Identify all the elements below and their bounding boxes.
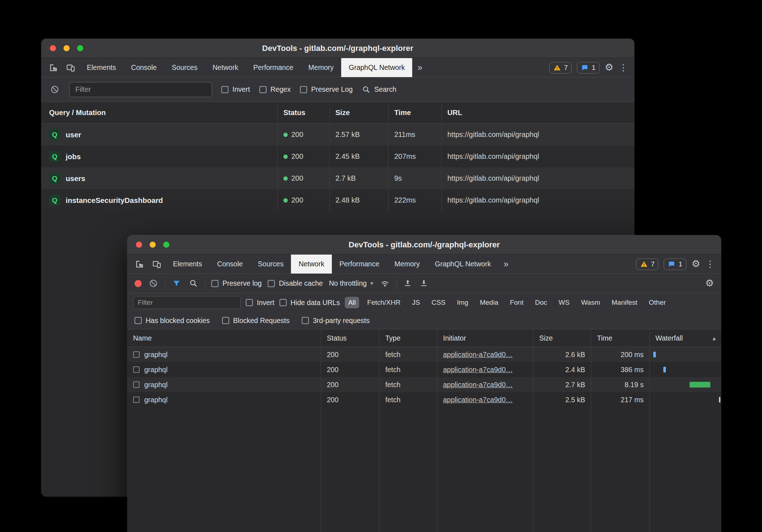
- kebab-menu-icon[interactable]: ⋮: [619, 63, 628, 72]
- invert-checkbox[interactable]: Invert: [246, 299, 274, 307]
- checkbox[interactable]: [222, 317, 229, 324]
- devtools-tab[interactable]: Network: [205, 58, 246, 77]
- graphql-query-row[interactable]: Q user 200 2.57 kB 211ms https://gitlab.…: [41, 124, 634, 146]
- devtools-tab[interactable]: GraphQL Network: [341, 58, 412, 77]
- minimize-button[interactable]: [150, 242, 156, 248]
- devtools-tab[interactable]: Console: [210, 255, 250, 274]
- settings-gear-icon[interactable]: ⚙: [692, 259, 700, 269]
- toolbar-checkbox[interactable]: Regex: [259, 85, 291, 94]
- graphql-query-row[interactable]: Q instanceSecurityDashboard 200 2.48 kB …: [41, 189, 634, 211]
- graphql-query-row[interactable]: Q users 200 2.7 kB 9s https://gitlab.com…: [41, 167, 634, 189]
- checkbox[interactable]: [268, 280, 275, 287]
- issues-badge[interactable]: 1: [664, 258, 686, 270]
- export-har-icon[interactable]: [419, 279, 429, 288]
- resource-type-filter[interactable]: Font: [507, 297, 527, 308]
- clear-log-icon[interactable]: [49, 85, 60, 94]
- disable-cache-checkbox[interactable]: Disable cache: [268, 279, 323, 288]
- record-network-log-button[interactable]: [135, 280, 142, 287]
- checkbox[interactable]: [279, 299, 287, 306]
- toolbar-checkbox[interactable]: Invert: [221, 85, 250, 94]
- resource-type-filter[interactable]: Doc: [532, 297, 550, 308]
- more-tabs-chevron-icon[interactable]: »: [498, 255, 513, 274]
- devtools-tab[interactable]: Console: [123, 58, 164, 77]
- issues-badge[interactable]: 1: [577, 62, 599, 73]
- row-checkbox[interactable]: [133, 366, 140, 373]
- kebab-menu-icon[interactable]: ⋮: [706, 260, 715, 269]
- checkbox[interactable]: [246, 299, 253, 306]
- network-conditions-icon[interactable]: [380, 279, 390, 288]
- hide-data-urls-checkbox[interactable]: Hide data URLs: [279, 299, 340, 307]
- devtools-tab[interactable]: Elements: [165, 255, 210, 274]
- resource-type-filter[interactable]: Manifest: [608, 297, 641, 308]
- row-checkbox[interactable]: [133, 381, 140, 388]
- devtools-tab[interactable]: Memory: [387, 255, 427, 274]
- devtools-tab[interactable]: Network: [291, 255, 332, 274]
- devtools-tab[interactable]: Sources: [164, 58, 205, 77]
- inspect-element-icon[interactable]: [45, 58, 62, 77]
- network-filter-input[interactable]: [133, 296, 241, 309]
- network-row[interactable]: graphql 200 fetch application-a7ca9d0… 2…: [127, 377, 721, 392]
- initiator-link[interactable]: application-a7ca9d0…: [443, 381, 513, 389]
- device-toolbar-icon[interactable]: [148, 255, 165, 274]
- devtools-tab[interactable]: Memory: [301, 58, 341, 77]
- devtools-tab[interactable]: GraphQL Network: [427, 255, 498, 274]
- device-toolbar-icon[interactable]: [62, 58, 79, 77]
- clear-network-log-icon[interactable]: [148, 279, 159, 288]
- col-type[interactable]: Type: [379, 329, 437, 347]
- filter-input[interactable]: [69, 82, 212, 97]
- checkbox[interactable]: [259, 86, 267, 93]
- checkbox[interactable]: [211, 280, 218, 287]
- search-button[interactable]: Search: [362, 85, 396, 94]
- search-icon[interactable]: [188, 279, 199, 288]
- col-name[interactable]: Name: [127, 329, 321, 347]
- resource-type-filter[interactable]: WS: [555, 297, 573, 308]
- import-har-icon[interactable]: [403, 279, 413, 288]
- more-tabs-chevron-icon[interactable]: »: [412, 58, 427, 77]
- resource-type-filter[interactable]: CSS: [428, 297, 449, 308]
- checkbox[interactable]: [221, 86, 229, 93]
- initiator-link[interactable]: application-a7ca9d0…: [443, 396, 513, 404]
- devtools-tab[interactable]: Performance: [332, 255, 387, 274]
- resource-type-filter[interactable]: All: [345, 297, 359, 308]
- network-row[interactable]: graphql 200 fetch application-a7ca9d0… 2…: [127, 392, 721, 407]
- network-row[interactable]: graphql 200 fetch application-a7ca9d0… 2…: [127, 347, 721, 362]
- inspect-element-icon[interactable]: [131, 255, 148, 274]
- close-button[interactable]: [136, 242, 142, 248]
- devtools-tab[interactable]: Elements: [79, 58, 123, 77]
- warnings-badge[interactable]: 7: [636, 258, 658, 270]
- preserve-log-checkbox[interactable]: Preserve log: [211, 279, 262, 288]
- zoom-button[interactable]: [77, 45, 83, 51]
- resource-type-filter[interactable]: Img: [454, 297, 472, 308]
- toolbar-checkbox[interactable]: Preserve Log: [300, 85, 353, 94]
- resource-type-filter[interactable]: Other: [646, 297, 669, 308]
- resource-type-filter[interactable]: JS: [409, 297, 423, 308]
- network-option-checkbox[interactable]: Has blocked cookies: [135, 317, 210, 325]
- network-option-checkbox[interactable]: Blocked Requests: [222, 317, 290, 325]
- minimize-button[interactable]: [64, 45, 70, 51]
- graphql-query-row[interactable]: Q jobs 200 2.45 kB 207ms https://gitlab.…: [41, 146, 634, 167]
- col-initiator[interactable]: Initiator: [437, 329, 533, 347]
- col-status[interactable]: Status: [321, 329, 379, 347]
- close-button[interactable]: [50, 45, 56, 51]
- col-size[interactable]: Size: [533, 329, 591, 347]
- initiator-link[interactable]: application-a7ca9d0…: [443, 351, 513, 359]
- zoom-button[interactable]: [163, 242, 169, 248]
- warnings-badge[interactable]: 7: [549, 62, 572, 73]
- checkbox[interactable]: [300, 86, 307, 93]
- initiator-link[interactable]: application-a7ca9d0…: [443, 366, 513, 374]
- row-checkbox[interactable]: [133, 351, 140, 358]
- row-checkbox[interactable]: [133, 396, 140, 403]
- settings-gear-icon[interactable]: ⚙: [605, 63, 613, 72]
- network-option-checkbox[interactable]: 3rd-party requests: [302, 317, 370, 325]
- resource-type-filter[interactable]: Media: [476, 297, 502, 308]
- checkbox[interactable]: [135, 317, 142, 324]
- resource-type-filter[interactable]: Wasm: [578, 297, 603, 308]
- col-time[interactable]: Time: [591, 329, 649, 347]
- throttling-select[interactable]: No throttling ▾: [329, 279, 373, 288]
- network-row[interactable]: graphql 200 fetch application-a7ca9d0… 2…: [127, 362, 721, 377]
- filter-funnel-icon[interactable]: [171, 279, 182, 288]
- network-settings-gear-icon[interactable]: ⚙: [705, 279, 714, 288]
- devtools-tab[interactable]: Sources: [250, 255, 291, 274]
- col-waterfall[interactable]: Waterfall ▲: [649, 329, 721, 347]
- checkbox[interactable]: [302, 317, 309, 324]
